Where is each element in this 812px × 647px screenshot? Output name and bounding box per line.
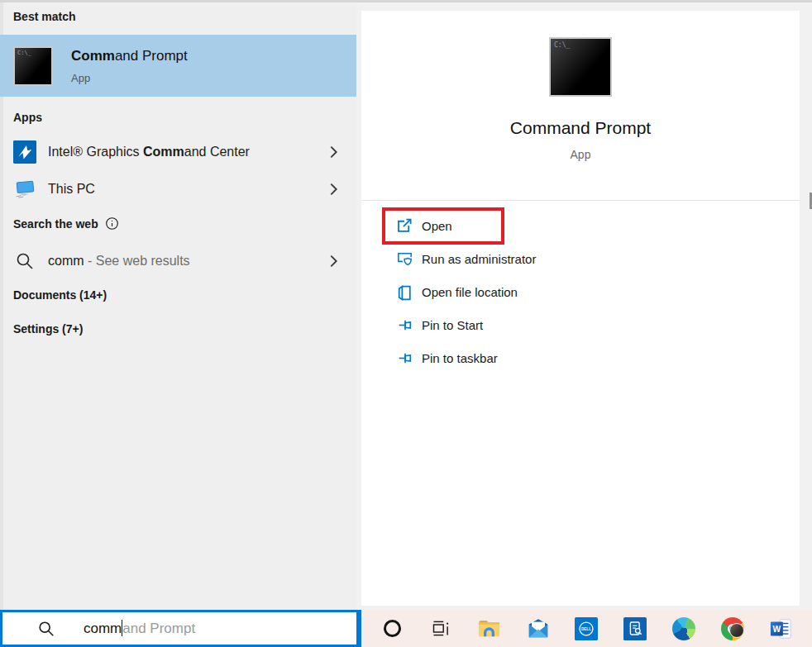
pin-icon [395, 349, 414, 368]
dell-supportassist-icon[interactable] [623, 616, 647, 641]
inline-suggestion: and Prompt [122, 621, 195, 636]
word-icon[interactable]: W [769, 616, 794, 641]
apps-header: Apps [13, 111, 42, 124]
cortana-icon[interactable] [380, 616, 404, 641]
search-the-web-header: Search the web [13, 216, 119, 231]
edge-icon[interactable] [671, 616, 696, 641]
taskbar-search-input[interactable]: command Prompt [0, 610, 361, 647]
app-result-this-pc[interactable]: This PC [0, 170, 356, 208]
open-file-location-icon [395, 283, 414, 302]
search-results-panel: Best match C:\_ Command Prompt App Apps … [0, 0, 356, 610]
file-explorer-icon[interactable] [477, 616, 502, 641]
result-title: Command Prompt [71, 48, 188, 64]
settings-group-header[interactable]: Settings (7+) [13, 322, 83, 335]
info-icon[interactable] [105, 216, 119, 231]
best-match-header: Best match [13, 10, 75, 23]
svg-text:W: W [772, 625, 781, 634]
search-icon [37, 620, 55, 638]
window-top-edge [0, 0, 812, 2]
action-pin-to-taskbar[interactable]: Pin to taskbar [361, 341, 800, 374]
dell-icon[interactable]: DELL [574, 616, 599, 641]
taskbar: DELL W [361, 610, 812, 647]
this-pc-icon [13, 178, 36, 201]
intel-graphics-icon [13, 140, 36, 164]
action-open-file-location[interactable]: Open file location [361, 275, 800, 308]
action-run-as-administrator[interactable]: Run as administrator [361, 242, 800, 275]
windows-search-flyout: Best match C:\_ Command Prompt App Apps … [0, 0, 812, 647]
task-view-icon[interactable] [428, 616, 453, 641]
pin-icon [395, 316, 414, 335]
search-icon [13, 250, 36, 273]
chevron-right-icon[interactable] [329, 145, 338, 159]
web-search-result-comm[interactable]: comm - See web results [0, 242, 356, 280]
svg-text:DELL: DELL [581, 627, 591, 631]
preview-panel: C:\_ Command Prompt App Open Run as admi… [356, 0, 812, 610]
best-match-result-command-prompt[interactable]: C:\_ Command Prompt App [0, 35, 356, 97]
documents-group-header[interactable]: Documents (14+) [13, 288, 107, 302]
chevron-right-icon[interactable] [329, 183, 338, 197]
app-title: Command Prompt [361, 118, 800, 138]
chrome-profile-avatar [729, 623, 744, 638]
app-type-label: App [361, 148, 800, 161]
command-prompt-icon-large: C:\_ [549, 37, 612, 97]
app-summary: C:\_ Command Prompt App [361, 11, 800, 201]
preview-card: C:\_ Command Prompt App Open Run as admi… [361, 11, 800, 606]
mail-icon[interactable] [526, 616, 551, 641]
app-result-intel-graphics-command-center[interactable]: Intel® Graphics Command Center [0, 133, 356, 171]
search-query-text: command Prompt [84, 620, 195, 637]
chrome-icon[interactable] [720, 616, 745, 641]
command-prompt-icon: C:\_ [13, 46, 53, 86]
result-type: App [71, 72, 188, 84]
open-icon [395, 216, 414, 235]
run-as-admin-icon [395, 250, 414, 269]
action-pin-to-start[interactable]: Pin to Start [361, 308, 800, 341]
chevron-right-icon[interactable] [329, 255, 338, 269]
action-open[interactable]: Open [361, 209, 800, 242]
